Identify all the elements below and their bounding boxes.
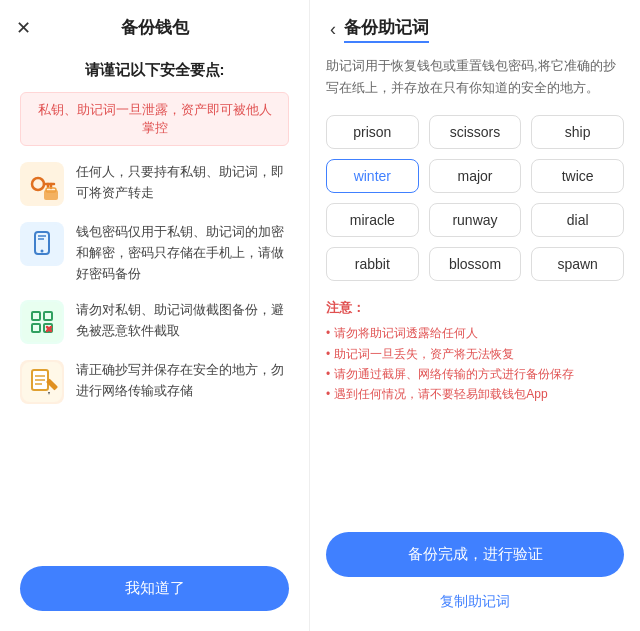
notice-list: 请勿将助记词透露给任何人助记词一旦丢失，资产将无法恢复请勿通过截屏、网络传输的方…: [326, 323, 624, 405]
notice-box: 注意： 请勿将助记词透露给任何人助记词一旦丢失，资产将无法恢复请勿通过截屏、网络…: [326, 299, 624, 405]
right-panel: ‹ 备份助记词 助记词用于恢复钱包或重置钱包密码,将它准确的抄写在纸上，并存放在…: [310, 0, 640, 631]
security-text-2: 钱包密码仅用于私钥、助记词的加密和解密，密码只存储在手机上，请做好密码备份: [76, 222, 289, 284]
word-chip: runway: [429, 203, 522, 237]
mnemonic-word-grid: prisonscissorsshipwintermajortwicemiracl…: [326, 115, 624, 281]
left-header: ✕ 备份钱包: [0, 0, 309, 51]
word-chip: twice: [531, 159, 624, 193]
close-button[interactable]: ✕: [16, 19, 31, 37]
word-chip: miracle: [326, 203, 419, 237]
notice-item: 助记词一旦丢失，资产将无法恢复: [326, 344, 624, 364]
notice-item: 请勿将助记词透露给任何人: [326, 323, 624, 343]
right-title: 备份助记词: [344, 16, 429, 43]
right-footer: 备份完成，进行验证 复制助记词: [310, 520, 640, 631]
word-chip: dial: [531, 203, 624, 237]
left-panel: ✕ 备份钱包 请谨记以下安全要点: 私钥、助记词一旦泄露，资产即可被他人掌控: [0, 0, 310, 631]
left-footer: 我知道了: [0, 552, 309, 631]
warning-box: 私钥、助记词一旦泄露，资产即可被他人掌控: [20, 92, 289, 146]
copy-button[interactable]: 复制助记词: [326, 589, 624, 615]
word-chip: spawn: [531, 247, 624, 281]
right-header: ‹ 备份助记词: [310, 0, 640, 55]
security-item-4: 请正确抄写并保存在安全的地方，勿进行网络传输或存储: [20, 360, 289, 404]
security-item-2: 钱包密码仅用于私钥、助记词的加密和解密，密码只存储在手机上，请做好密码备份: [20, 222, 289, 284]
right-content: 助记词用于恢复钱包或重置钱包密码,将它准确的抄写在纸上，并存放在只有你知道的安全…: [310, 55, 640, 520]
word-chip: major: [429, 159, 522, 193]
notice-title: 注意：: [326, 299, 624, 317]
left-content: 请谨记以下安全要点: 私钥、助记词一旦泄露，资产即可被他人掌控 任何人，: [0, 51, 309, 552]
key-icon: [20, 162, 64, 206]
word-chip: prison: [326, 115, 419, 149]
word-chip: rabbit: [326, 247, 419, 281]
word-chip: blossom: [429, 247, 522, 281]
back-button[interactable]: ‹: [330, 19, 336, 40]
right-description: 助记词用于恢复钱包或重置钱包密码,将它准确的抄写在纸上，并存放在只有你知道的安全…: [326, 55, 624, 99]
confirm-button[interactable]: 我知道了: [20, 566, 289, 611]
security-item-3: 请勿对私钥、助记词做截图备份，避免被恶意软件截取: [20, 300, 289, 344]
security-text-3: 请勿对私钥、助记词做截图备份，避免被恶意软件截取: [76, 300, 289, 342]
word-chip: scissors: [429, 115, 522, 149]
verify-button[interactable]: 备份完成，进行验证: [326, 532, 624, 577]
svg-rect-12: [22, 302, 62, 342]
scan-icon: [20, 300, 64, 344]
warning-text: 私钥、助记词一旦泄露，资产即可被他人掌控: [33, 101, 276, 137]
word-chip: winter: [326, 159, 419, 193]
svg-point-11: [41, 250, 44, 253]
security-item-1: 任何人，只要持有私钥、助记词，即可将资产转走: [20, 162, 289, 206]
left-subtitle: 请谨记以下安全要点:: [20, 61, 289, 80]
left-title: 备份钱包: [121, 16, 189, 39]
phone-icon: [20, 222, 64, 266]
security-text-1: 任何人，只要持有私钥、助记词，即可将资产转走: [76, 162, 289, 204]
security-text-4: 请正确抄写并保存在安全的地方，勿进行网络传输或存储: [76, 360, 289, 402]
notice-item: 请勿通过截屏、网络传输的方式进行备份保存: [326, 364, 624, 384]
notice-item: 遇到任何情况，请不要轻易卸载钱包App: [326, 384, 624, 404]
write-icon: [20, 360, 64, 404]
word-chip: ship: [531, 115, 624, 149]
svg-rect-7: [22, 224, 62, 264]
